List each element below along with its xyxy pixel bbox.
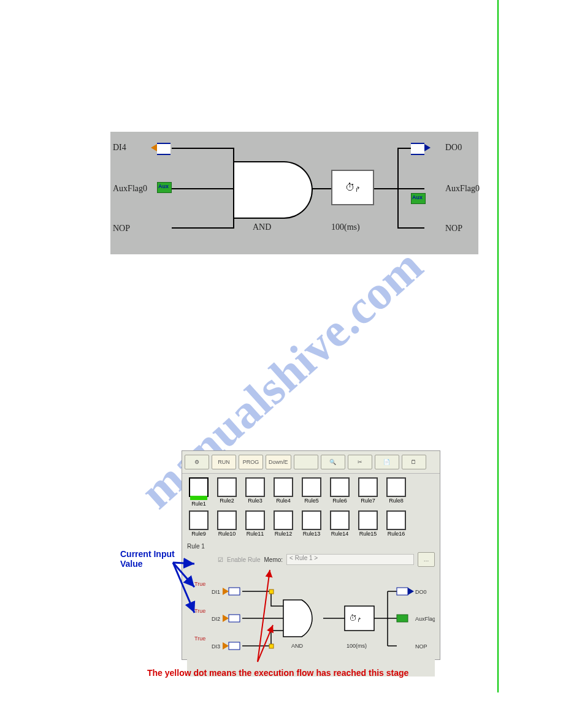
svg-marker-7 xyxy=(223,642,229,650)
rule15-box[interactable] xyxy=(358,510,378,530)
tool-icon-blank[interactable] xyxy=(294,455,318,469)
svg-text:100(ms): 100(ms) xyxy=(347,643,367,649)
svg-rect-4 xyxy=(229,588,240,595)
svg-text:DI3: DI3 xyxy=(212,643,220,650)
rule9-box[interactable] xyxy=(189,510,209,530)
label-di4: DI4 xyxy=(113,143,126,153)
red-arrows-icon xyxy=(239,564,313,668)
document-page: manualshive.com DI4 AuxFlag0 NOP AND ⏱↱ … xyxy=(0,0,563,728)
label-do0: DO0 xyxy=(445,143,462,153)
rule13-box[interactable] xyxy=(302,510,321,530)
rule7-box[interactable] xyxy=(358,477,378,497)
page-green-bar xyxy=(497,0,499,692)
rule8-box[interactable] xyxy=(386,477,406,497)
label-auxflag-out: AuxFlag0 xyxy=(445,184,480,194)
callout-yellow-dot: The yellow dot means the execution flow … xyxy=(147,668,408,678)
svg-marker-3 xyxy=(223,588,229,595)
do-icon xyxy=(411,143,424,155)
svg-text:AuxFlag0: AuxFlag0 xyxy=(415,616,435,622)
rule5-box[interactable] xyxy=(302,477,321,497)
rule10-box[interactable] xyxy=(217,510,237,530)
rules-row-2: Rule9 Rule10 Rule11 Rule12 Rule13 Rule14… xyxy=(182,507,440,537)
rule4-box[interactable] xyxy=(274,477,293,497)
and-gate-body xyxy=(233,161,283,219)
timer-glyph-icon: ⏱↱ xyxy=(345,182,360,193)
aux-icon-out xyxy=(411,193,426,204)
rule14-box[interactable] xyxy=(330,510,350,530)
tool-icon-note[interactable]: 🗒 xyxy=(402,455,426,469)
btn-download[interactable]: Down/E xyxy=(266,455,291,469)
label-nop-in: NOP xyxy=(113,224,130,233)
btn-prog[interactable]: PROG xyxy=(239,455,263,469)
timer-block: ⏱↱ xyxy=(331,170,374,205)
svg-rect-11 xyxy=(397,615,408,622)
svg-marker-5 xyxy=(223,615,229,622)
tool-icon-copy[interactable]: 📄 xyxy=(375,455,399,469)
rule12-box[interactable] xyxy=(274,510,293,530)
editor-toolbar: ⚙ RUN PROG Down/E 🔍 ✂ 📄 🗒 xyxy=(182,451,440,474)
btn-run[interactable]: RUN xyxy=(212,455,236,469)
label-nop-out: NOP xyxy=(445,224,462,233)
svg-rect-9 xyxy=(397,588,408,595)
aux-icon-in xyxy=(157,182,172,193)
rule11-box[interactable] xyxy=(245,510,265,530)
rule3-box[interactable] xyxy=(245,477,265,497)
svg-text:NOP: NOP xyxy=(415,643,427,650)
svg-text:⏱↱: ⏱↱ xyxy=(349,613,361,623)
svg-marker-10 xyxy=(408,588,414,595)
rules-row-1: Rule1 Rule2 Rule3 Rule4 Rule5 Rule6 Rule… xyxy=(182,474,440,507)
label-auxflag-in: AuxFlag0 xyxy=(113,184,147,194)
rule16-box[interactable] xyxy=(386,510,406,530)
tool-icon-config[interactable]: ⚙ xyxy=(185,455,209,469)
blue-arrows-icon xyxy=(142,552,216,637)
memo-more-button[interactable]: … xyxy=(418,552,435,567)
binoculars-icon[interactable]: 🔍 xyxy=(321,455,345,469)
svg-rect-6 xyxy=(229,615,240,622)
label-and: AND xyxy=(253,222,271,232)
rule-title: Rule 1 xyxy=(187,543,435,550)
tool-icon-cut[interactable]: ✂ xyxy=(348,455,372,469)
svg-rect-8 xyxy=(229,642,240,650)
and-gate-curve xyxy=(281,161,313,219)
circuit-diagram-1: DI4 AuxFlag0 NOP AND ⏱↱ 100(ms) DO0 AuxF… xyxy=(110,132,478,254)
label-timer-value: 100(ms) xyxy=(331,222,360,232)
rule1-box[interactable] xyxy=(189,477,209,497)
rule2-box[interactable] xyxy=(217,477,237,497)
di-icon xyxy=(157,143,170,155)
memo-label: Memo: xyxy=(264,556,283,563)
svg-text:DO0: DO0 xyxy=(415,589,427,595)
rule6-box[interactable] xyxy=(330,477,350,497)
enable-rule-label: Enable Rule xyxy=(227,556,260,563)
